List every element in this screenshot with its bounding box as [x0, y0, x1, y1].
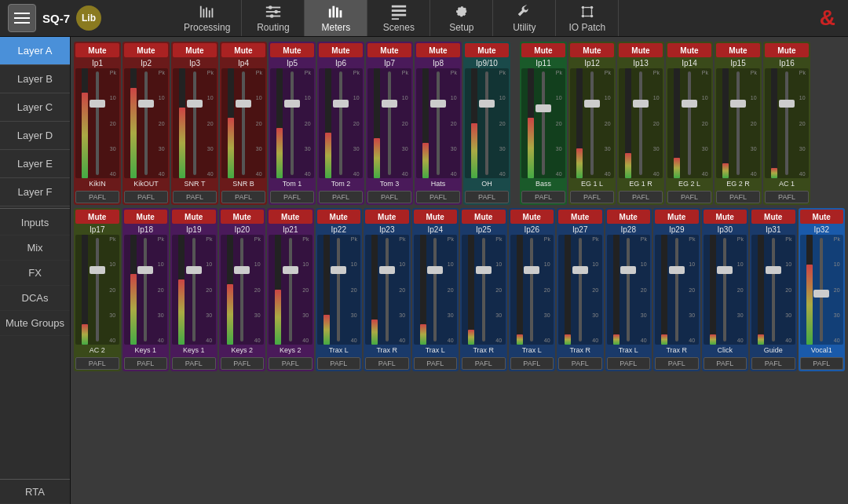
mute-btn-ip8[interactable]: Mute	[416, 43, 460, 57]
mute-btn-ip19[interactable]: Mute	[172, 210, 216, 224]
sidebar-item-fx[interactable]: FX	[0, 261, 70, 286]
tab-setup[interactable]: Setup	[430, 0, 493, 36]
fader-handle-ip11[interactable]	[535, 104, 551, 112]
fader-handle-ip7[interactable]	[382, 100, 397, 108]
fader-handle-ip31[interactable]	[766, 266, 781, 274]
mute-btn-ip16[interactable]: Mute	[765, 43, 809, 57]
fader-handle-ip18[interactable]	[137, 266, 153, 274]
sidebar-item-layer-a[interactable]: Layer A	[0, 37, 70, 65]
mute-btn-ip12[interactable]: Mute	[570, 43, 614, 57]
pafl-btn-ip12[interactable]: PAFL	[570, 191, 614, 203]
fader-handle-ip2[interactable]	[138, 100, 154, 108]
pafl-btn-ip26[interactable]: PAFL	[510, 357, 554, 370]
mute-btn-ip4[interactable]: Mute	[221, 43, 265, 57]
pafl-btn-ip13[interactable]: PAFL	[619, 191, 663, 203]
fader-handle-ip8[interactable]	[430, 100, 446, 108]
pafl-btn-ip30[interactable]: PAFL	[704, 357, 747, 370]
fader-handle-ip4[interactable]	[236, 100, 251, 108]
pafl-btn-ip20[interactable]: PAFL	[221, 357, 265, 370]
mute-btn-ip13[interactable]: Mute	[619, 43, 663, 57]
pafl-btn-ip23[interactable]: PAFL	[365, 357, 409, 370]
mute-btn-ip11[interactable]: Mute	[521, 43, 565, 57]
mute-btn-ip2[interactable]: Mute	[124, 43, 168, 57]
pafl-btn-ip15[interactable]: PAFL	[716, 191, 760, 203]
sidebar-item-layer-b[interactable]: Layer B	[0, 65, 70, 93]
mute-btn-ip17[interactable]: Mute	[75, 210, 119, 224]
mute-btn-ip910[interactable]: Mute	[465, 43, 509, 57]
pafl-btn-ip21[interactable]: PAFL	[269, 357, 313, 370]
mute-btn-ip23[interactable]: Mute	[365, 210, 409, 224]
mute-btn-ip29[interactable]: Mute	[655, 210, 699, 224]
pafl-btn-ip16[interactable]: PAFL	[765, 191, 809, 203]
tab-routing[interactable]: Routing	[242, 0, 305, 36]
fader-handle-ip910[interactable]	[479, 100, 495, 108]
mute-btn-ip5[interactable]: Mute	[270, 43, 314, 57]
pafl-btn-ip6[interactable]: PAFL	[319, 191, 363, 203]
pafl-btn-ip18[interactable]: PAFL	[124, 357, 168, 370]
sidebar-item-rta[interactable]: RTA	[0, 479, 70, 504]
sidebar-item-inputs[interactable]: Inputs	[0, 210, 70, 236]
pafl-btn-ip31[interactable]: PAFL	[751, 357, 795, 370]
fader-handle-ip15[interactable]	[730, 100, 746, 108]
fader-handle-ip22[interactable]	[331, 266, 346, 274]
mute-btn-ip25[interactable]: Mute	[462, 210, 506, 224]
pafl-btn-ip17[interactable]: PAFL	[75, 357, 119, 370]
fader-handle-ip32[interactable]	[813, 290, 829, 298]
mute-btn-ip6[interactable]: Mute	[319, 43, 363, 57]
fader-handle-ip26[interactable]	[524, 266, 539, 274]
fader-handle-ip30[interactable]	[717, 266, 733, 274]
fader-handle-ip1[interactable]	[90, 100, 105, 108]
tab-processing[interactable]: Processing	[173, 0, 242, 36]
fader-handle-ip29[interactable]	[669, 266, 685, 274]
tab-scenes[interactable]: Scenes	[367, 0, 430, 36]
sidebar-item-layer-f[interactable]: Layer F	[0, 178, 70, 206]
pafl-btn-ip5[interactable]: PAFL	[270, 191, 314, 203]
mute-btn-ip1[interactable]: Mute	[75, 43, 119, 57]
pafl-btn-ip14[interactable]: PAFL	[667, 191, 711, 203]
pafl-btn-ip29[interactable]: PAFL	[655, 357, 699, 370]
pafl-btn-ip11[interactable]: PAFL	[521, 191, 565, 203]
sidebar-item-dcas[interactable]: DCAs	[0, 286, 70, 311]
pafl-btn-ip28[interactable]: PAFL	[607, 357, 651, 370]
sidebar-item-layer-d[interactable]: Layer D	[0, 122, 70, 150]
fader-handle-ip12[interactable]	[584, 100, 600, 108]
fader-handle-ip5[interactable]	[284, 100, 300, 108]
fader-handle-ip6[interactable]	[333, 100, 349, 108]
mute-btn-ip15[interactable]: Mute	[716, 43, 760, 57]
fader-handle-ip14[interactable]	[682, 100, 697, 108]
mute-btn-ip26[interactable]: Mute	[510, 210, 554, 224]
tab-meters[interactable]: Meters	[305, 0, 367, 36]
mute-btn-ip21[interactable]: Mute	[269, 210, 313, 224]
fader-handle-ip24[interactable]	[427, 266, 443, 274]
sidebar-item-layer-c[interactable]: Layer C	[0, 93, 70, 122]
pafl-btn-ip7[interactable]: PAFL	[367, 191, 411, 203]
tab-utility[interactable]: Utility	[493, 0, 556, 36]
fader-handle-ip28[interactable]	[620, 266, 636, 274]
pafl-btn-ip1[interactable]: PAFL	[75, 191, 119, 203]
mute-btn-ip24[interactable]: Mute	[414, 210, 458, 224]
lib-button[interactable]: Lib	[76, 5, 101, 31]
fader-handle-ip20[interactable]	[234, 266, 250, 274]
pafl-btn-ip2[interactable]: PAFL	[124, 191, 168, 203]
sidebar-item-layer-e[interactable]: Layer E	[0, 150, 70, 178]
mute-btn-ip30[interactable]: Mute	[704, 210, 747, 224]
mute-btn-ip3[interactable]: Mute	[173, 43, 217, 57]
fader-handle-ip16[interactable]	[779, 100, 795, 108]
pafl-btn-ip27[interactable]: PAFL	[558, 357, 602, 370]
mute-btn-ip32[interactable]: Mute	[800, 210, 844, 224]
mute-btn-ip7[interactable]: Mute	[367, 43, 411, 57]
fader-handle-ip25[interactable]	[476, 266, 492, 274]
fader-handle-ip27[interactable]	[572, 266, 588, 274]
pafl-btn-ip4[interactable]: PAFL	[221, 191, 265, 203]
pafl-btn-ip22[interactable]: PAFL	[317, 357, 361, 370]
pafl-btn-ip32[interactable]: PAFL	[800, 357, 844, 370]
pafl-btn-ip19[interactable]: PAFL	[172, 357, 216, 370]
fader-handle-ip21[interactable]	[283, 266, 298, 274]
fader-handle-ip19[interactable]	[186, 266, 202, 274]
fader-handle-ip23[interactable]	[379, 266, 395, 274]
menu-button[interactable]	[8, 4, 36, 32]
fader-handle-ip13[interactable]	[633, 100, 649, 108]
fader-handle-ip17[interactable]	[90, 266, 105, 274]
pafl-btn-ip25[interactable]: PAFL	[462, 357, 506, 370]
mute-btn-ip31[interactable]: Mute	[751, 210, 795, 224]
